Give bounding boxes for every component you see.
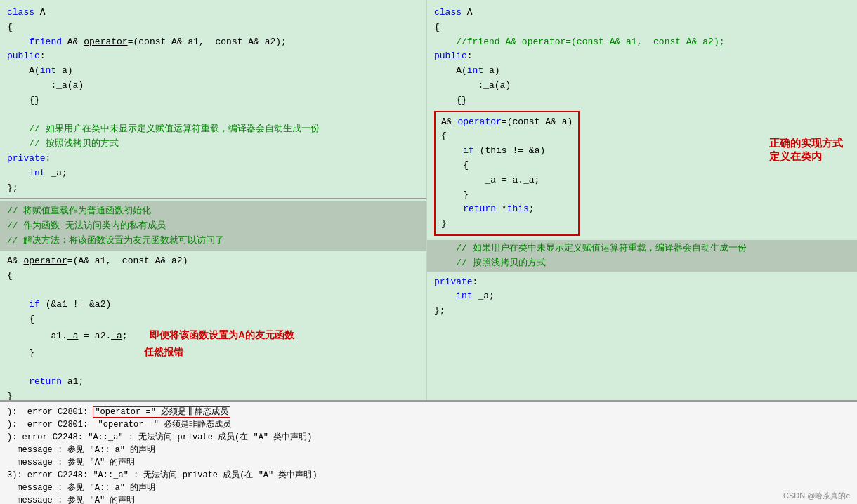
right-code-box: A& operator=(const A& a) { if (this != &… [441, 115, 573, 232]
divider [0, 198, 426, 199]
left-code-bottom: A& operator=(A& a1, const A& a2) { if (&… [7, 254, 419, 400]
error-line-6: 3): error C2248: "A::_a" : 无法访问 private … [7, 469, 850, 482]
right-panel: class A { //friend A& operator=(const A&… [427, 0, 857, 400]
red-border-operator-box: A& operator=(const A& a) { if (this != &… [434, 111, 580, 236]
bottom-panel: ): error C2801: "operator =" 必须是非静态成员 ):… [0, 400, 857, 504]
main-container: class A { friend A& operator=(const A& a… [0, 0, 857, 504]
top-section: class A { friend A& operator=(const A& a… [0, 0, 857, 400]
error-highlight: "operator =" 必须是非静态成员 [93, 406, 230, 418]
right-annotation-line2: 定义在类内 [769, 150, 843, 164]
error-line-5: message : 参见 "A" 的声明 [7, 456, 850, 469]
right-comment-code: // 如果用户在类中未显示定义赋值运算符重载，编译器会自动生成一份 // 按照浅… [434, 241, 850, 271]
left-comment-code: // 将赋值重载作为普通函数初始化 // 作为函数 无法访问类内的私有成员 //… [7, 204, 419, 248]
watermark: CSDN @哈茶真的c [783, 491, 850, 501]
left-code-top: class A { friend A& operator=(const A& a… [7, 6, 419, 195]
error-line-4: message : 参见 "A::_a" 的声明 [7, 444, 850, 456]
left-gray-comment: // 将赋值重载作为普通函数初始化 // 作为函数 无法访问类内的私有成员 //… [0, 201, 426, 251]
right-gray-comment: // 如果用户在类中未显示定义赋值运算符重载，编译器会自动生成一份 // 按照浅… [427, 240, 857, 272]
error-line-7: message : 参见 "A::_a" 的声明 [7, 482, 850, 494]
left-panel: class A { friend A& operator=(const A& a… [0, 0, 427, 400]
right-code-bottom: private: int _a; }; [434, 275, 850, 319]
error-line-8: message : 参见 "A" 的声明 [7, 494, 850, 504]
error-line-3: ): error C2248: "A::_a" : 无法访问 private 成… [7, 431, 850, 444]
right-annotation: 正确的实现方式 定义在类内 [769, 137, 843, 164]
error-line-2: ): error C2801: "operator =" 必须是非静态成员 [7, 418, 850, 431]
right-annotation-line1: 正确的实现方式 [769, 137, 843, 150]
error-line-1: ): error C2801: "operator =" 必须是非静态成员 [7, 406, 850, 418]
right-code-top: class A { //friend A& operator=(const A&… [434, 6, 850, 108]
